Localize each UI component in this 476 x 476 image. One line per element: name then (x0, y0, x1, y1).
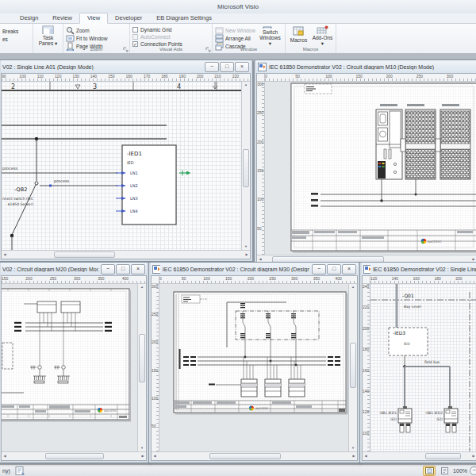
ruler-number: 180 (434, 276, 455, 283)
whole-page-view-button[interactable] (438, 466, 451, 476)
scroll-left-icon[interactable]: ◀ (152, 452, 158, 460)
zoom-button[interactable]: Zoom (66, 27, 107, 33)
switch-windows-button[interactable]: Switch Windows ▾ (258, 25, 282, 46)
field-bus-net[interactable]: field bus (403, 355, 450, 409)
minimize-button[interactable]: − (312, 264, 326, 274)
scroll-right-icon[interactable]: ▶ (470, 452, 476, 460)
disconnect-switch-qb2[interactable] (10, 137, 38, 250)
horizontal-ruler[interactable]: 9010011012013014015016017018019020021022… (2, 74, 250, 82)
restore-button[interactable]: □ (220, 62, 234, 72)
cable-duct-bar[interactable] (179, 349, 181, 369)
terminal-bank-2[interactable] (436, 109, 470, 179)
horizontal-ruler[interactable]: 150200250300350400 (2, 276, 146, 284)
scroll-thumb[interactable] (54, 251, 115, 258)
scroll-up-icon[interactable]: ▲ (138, 284, 146, 290)
arrange-all-button[interactable]: Arrange All (215, 35, 255, 41)
close-button[interactable]: × (235, 62, 249, 72)
task-panes-button[interactable]: Task Panes ▾ (36, 25, 60, 46)
connection-points-checkbox[interactable]: ✓ Connection Points (132, 41, 182, 47)
switch-tag-label[interactable]: -QB2 (14, 186, 27, 193)
scroll-thumb[interactable] (209, 453, 281, 459)
fit-to-window-button[interactable]: Fit to Window (66, 35, 107, 41)
tab-developer[interactable]: Developer (108, 13, 149, 23)
vertical-scrollbar[interactable]: ▲ ▼ (241, 82, 250, 250)
zoom-out-button[interactable]: − (470, 466, 476, 475)
window-titlebar[interactable]: V02 : Circuit diagram M20 (Design Mode) … (1, 263, 147, 275)
ied3-shape[interactable]: -IED3 IED (389, 328, 428, 355)
device1-tag-label[interactable]: -SB1.IED1 (379, 411, 397, 415)
cut-option[interactable]: es (2, 36, 18, 42)
bay-tag-label[interactable]: -Q01 (402, 293, 414, 298)
horizontal-scrollbar[interactable]: ◀ ▶ (363, 451, 476, 460)
visual-aids-dialog-launcher-icon[interactable] (205, 47, 211, 52)
goose-link-arrow[interactable] (179, 171, 191, 176)
scroll-down-icon[interactable]: ▼ (138, 445, 146, 451)
vertical-ruler[interactable]: 240220200180160140120100 (363, 284, 370, 451)
drawing-canvas[interactable]: -Q01 Bay Level -IED3 IED field bus (370, 284, 476, 451)
scroll-thumb[interactable] (45, 453, 105, 459)
drawing-canvas[interactable]: AUCOTEC (2, 284, 137, 451)
horizontal-scrollbar[interactable]: ◀ ▶ (2, 451, 146, 460)
svg-text:AUCOTEC: AUCOTEC (255, 407, 269, 410)
status-page-button[interactable] (15, 466, 25, 475)
minimize-button[interactable]: − (205, 62, 219, 72)
scroll-thumb[interactable] (139, 334, 145, 382)
scroll-right-icon[interactable]: ▶ (351, 452, 357, 460)
fit-page-to-window-button[interactable] (423, 466, 436, 476)
controller-module[interactable] (376, 109, 402, 179)
window-titlebar[interactable]: IEC 61850 Demonstrator V02 : Circuit dia… (151, 263, 358, 275)
drawing-canvas[interactable]: AUCOTEC (265, 82, 476, 255)
vertical-scrollbar[interactable]: ▲ ▼ (348, 284, 357, 451)
dynamic-grid-checkbox[interactable]: Dynamic Grid (132, 27, 182, 33)
scroll-left-icon[interactable]: ◀ (2, 251, 8, 259)
statusbar: ny) 100% − (0, 464, 476, 476)
checkbox-unchecked-icon (132, 27, 138, 33)
legend-box[interactable] (305, 84, 332, 94)
horizontal-scrollbar[interactable]: ◀ ▶ (152, 451, 357, 460)
busbar-lines[interactable] (2, 125, 167, 139)
process-connection-2[interactable]: process (40, 178, 117, 187)
scroll-up-icon[interactable]: ▲ (349, 284, 357, 290)
window-titlebar[interactable]: IEC 61850 Demonstrator V02 : Single Line… (362, 263, 476, 275)
sb1-ied2-device[interactable] (444, 406, 458, 432)
scroll-right-icon[interactable]: ▶ (140, 452, 146, 460)
tab-eb-diagram-settings[interactable]: EB Diagram Settings (149, 13, 219, 23)
vertical-ruler[interactable]: 30025020015010050 (152, 284, 159, 451)
horizontal-ruler[interactable]: 050100150200250300350400 (159, 276, 357, 284)
restore-button[interactable]: □ (327, 264, 341, 274)
minimize-button[interactable]: − (101, 264, 115, 274)
window-titlebar[interactable]: V02 : Single Line A01 (Design Mode) − □ … (1, 60, 251, 73)
close-button[interactable]: × (131, 264, 145, 274)
scroll-up-icon[interactable]: ▲ (242, 82, 250, 88)
close-button[interactable]: × (342, 264, 356, 274)
zoom-dialog-launcher-icon[interactable] (123, 47, 129, 52)
tab-view[interactable]: View (79, 13, 108, 24)
restore-button[interactable]: □ (116, 264, 130, 274)
scroll-down-icon[interactable]: ▼ (242, 244, 250, 250)
process-connection-1[interactable]: process (2, 166, 117, 173)
page-breaks-option[interactable]: Breaks (2, 28, 18, 34)
sb1-ied1-device[interactable] (398, 406, 412, 432)
add-ons-button[interactable]: Add-Ons ▾ (312, 25, 333, 46)
tab-design[interactable]: Design (13, 13, 45, 23)
vertical-ruler[interactable]: 30025020015010050 (257, 82, 265, 255)
scroll-thumb[interactable] (425, 453, 461, 459)
scroll-left-icon[interactable]: ◀ (363, 452, 369, 460)
window-titlebar[interactable]: IEC 61850 Demonstrator V02 : Circuit dia… (256, 60, 476, 73)
scroll-thumb[interactable] (350, 343, 356, 388)
scroll-right-icon[interactable]: ▶ (244, 251, 250, 259)
drawing-canvas[interactable]: 2 3 4 (2, 82, 241, 250)
ied1-shape[interactable]: -IED1 IED LN1 LN2 LN3 LN4 (116, 145, 176, 225)
drawing-canvas[interactable]: AUCOTEC (159, 284, 348, 451)
scroll-down-icon[interactable]: ▼ (349, 445, 357, 451)
device2-tag-label[interactable]: -SB1.IED2 (425, 411, 443, 415)
horizontal-scrollbar[interactable]: ◀ ▶ (2, 250, 250, 259)
tab-review[interactable]: Review (45, 13, 79, 23)
macros-button[interactable]: Macros (288, 25, 309, 46)
terminal-bank-1[interactable] (401, 109, 436, 179)
horizontal-ruler[interactable]: 050100150200250300 (265, 74, 476, 82)
scroll-thumb[interactable] (243, 149, 249, 188)
horizontal-ruler[interactable]: 120140160180200 (370, 276, 476, 284)
vertical-scrollbar[interactable]: ▲ ▼ (137, 284, 146, 451)
scroll-left-icon[interactable]: ◀ (2, 452, 8, 460)
